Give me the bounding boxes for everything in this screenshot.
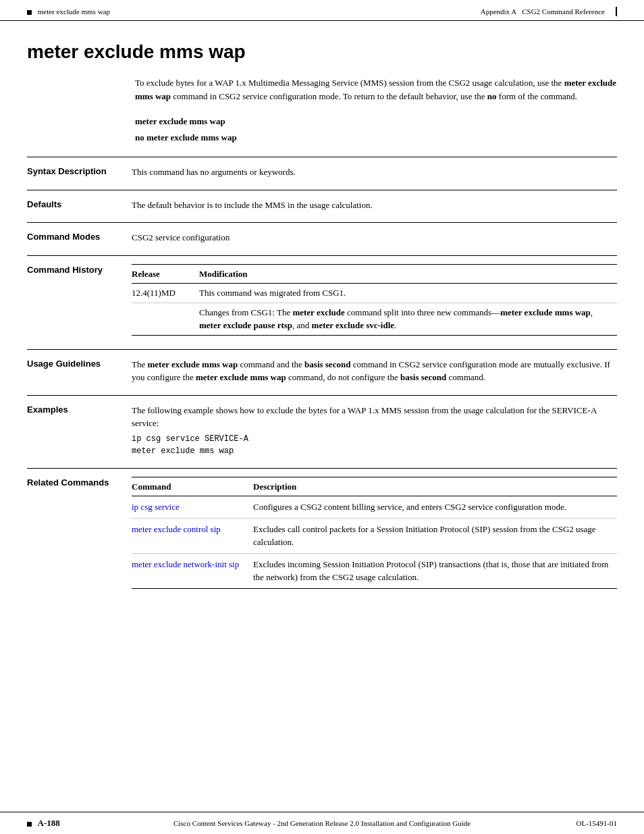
defaults-label: Defaults xyxy=(27,199,132,212)
related-col-description: Description xyxy=(253,477,617,496)
command-modes-content: CSG2 service configuration xyxy=(132,231,617,244)
history-release-1: 12.4(11)MD xyxy=(132,284,199,303)
history-col-modification: Modification xyxy=(199,264,617,284)
table-row: meter exclude control sip Excludes call … xyxy=(132,518,617,553)
history-col-release: Release xyxy=(132,264,199,284)
code-line1: ip csg service SERVICE-A xyxy=(132,433,617,445)
related-desc-3: Excludes incoming Session Initiation Pro… xyxy=(253,553,617,588)
page-footer: A-188 Cisco Content Services Gateway - 2… xyxy=(0,812,644,834)
bold-cmd1: meter exclude mms wap xyxy=(500,307,591,317)
syntax-description-content: This command has no arguments or keyword… xyxy=(132,165,617,179)
history-table: Release Modification 12.4(11)MD This com… xyxy=(132,264,617,336)
bold-cmd-ug2: basis second xyxy=(304,359,350,369)
usage-guidelines-content: The meter exclude mms wap command and th… xyxy=(132,358,617,384)
command-history-section: Command History Release Modification 12.… xyxy=(27,255,617,338)
page-header: meter exclude mms wap Appendix A CSG2 Co… xyxy=(0,0,644,21)
related-desc-2: Excludes call control packets for a Sess… xyxy=(253,518,617,553)
related-table: Command Description ip csg service Confi… xyxy=(132,477,617,589)
intro-block: To exclude bytes for a WAP 1.x Multimedi… xyxy=(135,76,617,103)
header-title: CSG2 Command Reference xyxy=(522,7,605,16)
related-cmd-link-3[interactable]: meter exclude network-init sip xyxy=(132,559,239,569)
footer-bullet xyxy=(27,822,32,827)
header-bullet xyxy=(27,10,32,15)
header-left-text: meter exclude mms wap xyxy=(38,7,110,16)
command-history-content: Release Modification 12.4(11)MD This com… xyxy=(132,264,617,338)
related-cmd-link-2[interactable]: meter exclude control sip xyxy=(132,524,221,534)
examples-section: Examples The following example shows how… xyxy=(27,395,617,457)
table-row: 12.4(11)MD This command was migrated fro… xyxy=(132,284,617,303)
history-mod-1: This command was migrated from CSG1. xyxy=(199,284,617,303)
bold-cmd-ug4: basis second xyxy=(400,372,446,382)
usage-guidelines-section: Usage Guidelines The meter exclude mms w… xyxy=(27,349,617,384)
syntax-line2: no meter exclude mms wap xyxy=(135,132,617,143)
header-appendix: Appendix A xyxy=(481,7,516,16)
bold-meter-exclude: meter exclude xyxy=(292,307,344,317)
bold-cmd3: meter exclude svc-idle xyxy=(312,320,395,330)
command-modes-section: Command Modes CSG2 service configuration xyxy=(27,222,617,244)
defaults-content: The default behavior is to include the M… xyxy=(132,199,617,212)
related-cmd-2[interactable]: meter exclude control sip xyxy=(132,518,253,553)
footer-page-number: A-188 xyxy=(27,818,81,829)
history-release-2 xyxy=(132,303,199,335)
intro-paragraph: To exclude bytes for a WAP 1.x Multimedi… xyxy=(135,76,617,103)
syntax-line1: meter exclude mms wap xyxy=(135,116,617,127)
examples-label: Examples xyxy=(27,404,132,457)
table-row: Changes from CSG1: The meter exclude com… xyxy=(132,303,617,335)
related-col-command: Command xyxy=(132,477,253,496)
command-history-label: Command History xyxy=(27,264,132,338)
code-line2: meter exclude mms wap xyxy=(132,445,617,457)
related-desc-1: Configures a CSG2 content billing servic… xyxy=(253,496,617,519)
page: meter exclude mms wap Appendix A CSG2 Co… xyxy=(0,0,644,834)
header-separator xyxy=(616,7,617,16)
header-right: Appendix A CSG2 Command Reference xyxy=(481,7,617,16)
related-cmd-link-1[interactable]: ip csg service xyxy=(132,502,180,512)
usage-guidelines-label: Usage Guidelines xyxy=(27,358,132,384)
related-commands-label: Related Commands xyxy=(27,477,132,589)
syntax-description-label: Syntax Description xyxy=(27,165,132,179)
bold-cmd2: meter exclude pause rtsp xyxy=(199,320,292,330)
defaults-section: Defaults The default behavior is to incl… xyxy=(27,190,617,212)
related-commands-section: Related Commands Command Description ip … xyxy=(27,468,617,589)
examples-intro: The following example shows how to exclu… xyxy=(132,404,617,430)
main-content: meter exclude mms wap To exclude bytes f… xyxy=(0,21,644,627)
table-row: ip csg service Configures a CSG2 content… xyxy=(132,496,617,519)
command-modes-label: Command Modes xyxy=(27,231,132,244)
syntax-description-section: Syntax Description This command has no a… xyxy=(27,157,617,179)
examples-code: ip csg service SERVICE-A meter exclude m… xyxy=(132,433,617,457)
intro-bold1: meter exclude mms wap xyxy=(135,78,616,101)
related-commands-content: Command Description ip csg service Confi… xyxy=(132,477,617,589)
history-mod-2: Changes from CSG1: The meter exclude com… xyxy=(199,303,617,335)
page-title: meter exclude mms wap xyxy=(27,41,617,63)
intro-bold2: no xyxy=(487,91,497,101)
footer-center-text: Cisco Content Services Gateway - 2nd Gen… xyxy=(81,819,563,827)
table-row: meter exclude network-init sip Excludes … xyxy=(132,553,617,588)
related-cmd-3[interactable]: meter exclude network-init sip xyxy=(132,553,253,588)
header-left: meter exclude mms wap xyxy=(27,7,110,16)
bold-cmd-ug3: meter exclude mms wap xyxy=(196,372,286,382)
related-cmd-1[interactable]: ip csg service xyxy=(132,496,253,519)
footer-right-text: OL-15491-01 xyxy=(563,819,617,827)
examples-content: The following example shows how to exclu… xyxy=(132,404,617,457)
bold-cmd-ug1: meter exclude mms wap xyxy=(147,359,238,369)
